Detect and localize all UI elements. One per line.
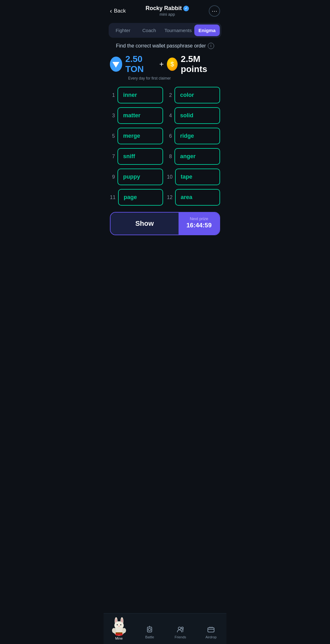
description-text: Find the correct wallet passphrase order xyxy=(116,43,206,49)
word-cell[interactable]: 10 tape xyxy=(167,169,220,185)
header-center: Rocky Rabbit ✓ mini app xyxy=(145,5,189,17)
next-prize-label: Next prize xyxy=(185,216,213,221)
word-box[interactable]: inner xyxy=(117,87,163,103)
word-box[interactable]: merge xyxy=(117,128,163,144)
word-box[interactable]: page xyxy=(118,189,163,206)
show-button-container: Show Next prize 16:44:59 xyxy=(110,212,220,235)
word-cell[interactable]: 2 color xyxy=(167,87,220,103)
show-button[interactable]: Show xyxy=(111,213,179,235)
word-cell[interactable]: 5 merge xyxy=(110,128,163,144)
word-number: 2 xyxy=(167,92,172,98)
ton-amount: 2.50 TON xyxy=(125,54,156,74)
word-number: 11 xyxy=(110,195,116,200)
word-box[interactable]: color xyxy=(174,87,220,103)
tabs-container: Fighter Coach Tournaments Enigma xyxy=(109,23,221,38)
points-amount: 2.5M points xyxy=(181,54,220,74)
word-number: 3 xyxy=(110,113,115,119)
show-button-label: Show xyxy=(135,219,154,227)
prize-row: 2.50 TON + $ 2.5M points xyxy=(110,54,220,74)
info-icon[interactable]: i xyxy=(208,43,214,49)
word-box[interactable]: puppy xyxy=(117,169,163,185)
word-number: 6 xyxy=(167,133,172,139)
app-name-text: Rocky Rabbit xyxy=(145,5,182,12)
back-arrow-icon: ‹ xyxy=(110,7,112,14)
prize-subtitle: Every day for first claimer xyxy=(128,76,220,80)
word-cell[interactable]: 6 ridge xyxy=(167,128,220,144)
plus-sign: + xyxy=(159,60,164,69)
word-box[interactable]: area xyxy=(175,189,220,206)
ton-triangle-icon xyxy=(112,62,119,68)
word-cell[interactable]: 4 solid xyxy=(167,107,220,124)
word-box[interactable]: solid xyxy=(174,107,220,124)
word-number: 12 xyxy=(167,195,173,200)
word-cell[interactable]: 3 matter xyxy=(110,107,163,124)
verified-badge-icon: ✓ xyxy=(183,6,189,11)
app-subtitle: mini app xyxy=(145,12,189,17)
word-number: 4 xyxy=(167,113,172,119)
main-content: Find the correct wallet passphrase order… xyxy=(104,43,226,235)
more-button[interactable]: ⋯ xyxy=(209,5,220,17)
puzzle-description: Find the correct wallet passphrase order… xyxy=(110,43,220,49)
back-button[interactable]: ‹ Back xyxy=(110,7,126,14)
word-grid: 1 inner 2 color 3 matter 4 solid 5 merge… xyxy=(110,87,220,206)
more-icon: ⋯ xyxy=(212,8,218,14)
word-number: 8 xyxy=(167,154,172,159)
word-box[interactable]: sniff xyxy=(117,148,163,165)
tab-fighter[interactable]: Fighter xyxy=(110,25,136,36)
word-cell[interactable]: 9 puppy xyxy=(110,169,163,185)
word-cell[interactable]: 1 inner xyxy=(110,87,163,103)
word-box[interactable]: tape xyxy=(175,169,220,185)
word-box[interactable]: ridge xyxy=(174,128,220,144)
word-number: 10 xyxy=(167,174,173,180)
tab-tournaments[interactable]: Tournaments xyxy=(162,25,194,36)
ton-icon xyxy=(110,57,122,72)
next-prize-panel: Next prize 16:44:59 xyxy=(179,213,219,235)
coin-icon: $ xyxy=(167,58,178,71)
word-cell[interactable]: 12 area xyxy=(167,189,220,206)
word-cell[interactable]: 8 anger xyxy=(167,148,220,165)
back-label: Back xyxy=(114,8,126,14)
word-box[interactable]: matter xyxy=(117,107,163,124)
word-number: 1 xyxy=(110,92,115,98)
word-number: 9 xyxy=(110,174,115,180)
word-number: 5 xyxy=(110,133,115,139)
tab-coach[interactable]: Coach xyxy=(136,25,162,36)
header: ‹ Back Rocky Rabbit ✓ mini app ⋯ xyxy=(104,0,226,20)
word-cell[interactable]: 11 page xyxy=(110,189,163,206)
next-prize-time: 16:44:59 xyxy=(185,222,213,229)
app-name: Rocky Rabbit ✓ xyxy=(145,5,189,12)
word-number: 7 xyxy=(110,154,115,159)
word-box[interactable]: anger xyxy=(174,148,220,165)
tab-enigma[interactable]: Enigma xyxy=(194,25,220,36)
word-cell[interactable]: 7 sniff xyxy=(110,148,163,165)
